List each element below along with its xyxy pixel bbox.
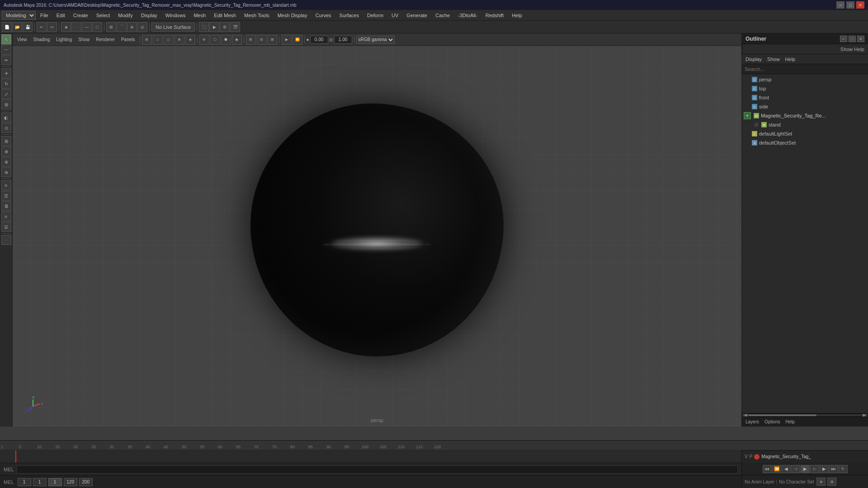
render-seq-btn[interactable]: 🎬 bbox=[230, 22, 240, 32]
timeline-track[interactable] bbox=[0, 450, 868, 463]
menu-create[interactable]: Create bbox=[70, 11, 92, 20]
select-tool-btn[interactable]: ↖ bbox=[1, 34, 11, 44]
outliner-display-menu[interactable]: Display bbox=[744, 56, 764, 63]
magnet-btn[interactable]: ⊗ bbox=[1, 157, 11, 167]
misc-btn[interactable]: · bbox=[1, 235, 11, 245]
menu-curves[interactable]: Curves bbox=[312, 11, 335, 20]
play-fwd-btn[interactable]: ▶ bbox=[801, 465, 810, 473]
soft-select-btn[interactable]: ◐ bbox=[1, 113, 11, 122]
new-scene-btn[interactable]: 📄 bbox=[2, 22, 12, 32]
menu-display[interactable]: Display bbox=[137, 11, 161, 20]
menu-file[interactable]: File bbox=[37, 11, 52, 20]
outliner-item-side[interactable]: C side bbox=[742, 102, 868, 111]
outliner-minimize-btn[interactable]: ─ bbox=[840, 36, 847, 42]
step-fwd-btn[interactable]: ▶ bbox=[820, 465, 829, 473]
menu-mesh-display[interactable]: Mesh Display bbox=[274, 11, 311, 20]
vp-renderer-btn[interactable]: Renderer bbox=[93, 36, 118, 43]
grid-btn[interactable]: ⊞ bbox=[1, 136, 11, 146]
move-tool-btn[interactable]: ✛ bbox=[1, 68, 11, 78]
outliner-item-front[interactable]: C front bbox=[742, 93, 868, 102]
outliner-item-persp[interactable]: C persp bbox=[742, 75, 868, 84]
scroll-right-btn[interactable]: ▶ bbox=[862, 414, 867, 417]
redo-btn[interactable]: ↪ bbox=[47, 22, 57, 32]
menu-redshift[interactable]: Redshift bbox=[482, 11, 507, 20]
render-btn[interactable]: ⬛ bbox=[199, 22, 209, 32]
minimize-button[interactable]: ─ bbox=[836, 1, 844, 9]
menu-edit[interactable]: Edit bbox=[53, 11, 69, 20]
end-frame-input[interactable] bbox=[64, 478, 77, 486]
step-back-btn[interactable]: ◀ bbox=[782, 465, 791, 473]
scroll-left-btn[interactable]: ◀ bbox=[743, 414, 748, 417]
select-vert-btn[interactable]: · bbox=[71, 22, 81, 32]
menu-edit-mesh[interactable]: Edit Mesh bbox=[210, 11, 240, 20]
snap-point-btn[interactable]: ⊕ bbox=[127, 22, 137, 32]
outliner-help-menu[interactable]: Help bbox=[783, 56, 797, 63]
anim-layer-add-btn[interactable]: ⊕ bbox=[816, 478, 826, 486]
menu-select[interactable]: Select bbox=[93, 11, 114, 20]
outliner-item-objectset[interactable]: S defaultObjectSet bbox=[742, 138, 868, 147]
layer2-btn[interactable]: ☰ bbox=[1, 191, 11, 201]
lasso-tool-btn[interactable]: 〰 bbox=[1, 45, 11, 55]
select-face-btn[interactable]: □ bbox=[92, 22, 102, 32]
scrollbar-thumb[interactable] bbox=[748, 414, 816, 416]
vp-icon4[interactable]: ⊕ bbox=[175, 35, 184, 45]
vp-icon2[interactable]: □ bbox=[153, 35, 163, 45]
mode-selector[interactable]: Modeling bbox=[2, 11, 36, 20]
loop-btn[interactable]: ↻ bbox=[839, 465, 848, 473]
close-button[interactable]: ✕ bbox=[856, 1, 864, 9]
menu-modify[interactable]: Modify bbox=[114, 11, 136, 20]
vp-icon9[interactable]: ◉ bbox=[232, 35, 242, 45]
marker-frame-input[interactable] bbox=[48, 478, 62, 486]
char-set-add-btn[interactable]: ⊞ bbox=[827, 478, 836, 486]
menu-cache[interactable]: Cache bbox=[432, 11, 453, 20]
snap-btn[interactable]: ⊕ bbox=[1, 146, 11, 156]
key-next-btn[interactable]: ▷ bbox=[810, 465, 819, 473]
vp-shading-btn[interactable]: Shading bbox=[31, 36, 53, 43]
outliner-search[interactable] bbox=[742, 64, 868, 74]
script-input[interactable] bbox=[17, 465, 738, 474]
transform-tool-btn[interactable]: ⊞ bbox=[1, 99, 11, 109]
menu-uv[interactable]: UV bbox=[388, 11, 402, 20]
vp-icon10[interactable]: ⊞ bbox=[246, 35, 256, 45]
layers-btn[interactable]: Layers bbox=[744, 419, 761, 425]
play-end-btn[interactable]: ⏭ bbox=[829, 465, 838, 473]
vp-show-btn[interactable]: Show bbox=[75, 36, 92, 43]
select-edge-btn[interactable]: — bbox=[82, 22, 92, 32]
vp-icon13[interactable]: ▶ bbox=[282, 35, 292, 45]
menu-surfaces[interactable]: Surfaces bbox=[336, 11, 363, 20]
vp-icon8[interactable]: ⬢ bbox=[221, 35, 231, 45]
menu-3dtoa[interactable]: -3DtoAll- bbox=[454, 11, 481, 20]
outliner-item-lightset[interactable]: L defaultLightSet bbox=[742, 129, 868, 138]
save-btn[interactable]: 💾 bbox=[23, 22, 33, 32]
snap-curve-btn[interactable]: ⌒ bbox=[117, 22, 127, 32]
vp-icon12[interactable]: ⊠ bbox=[268, 35, 278, 45]
vp-icon1[interactable]: ⊞ bbox=[142, 35, 152, 45]
outliner-item-magnetic[interactable]: ▼ M Magnetic_Security_Tag_Re... bbox=[742, 111, 868, 120]
vp-icon11[interactable]: ⊟ bbox=[257, 35, 267, 45]
start-frame-input[interactable] bbox=[33, 478, 47, 486]
key-prev-btn[interactable]: ◁ bbox=[791, 465, 800, 473]
paint-tool-btn[interactable]: ✏ bbox=[1, 55, 11, 65]
menu-deform[interactable]: Deform bbox=[363, 11, 387, 20]
outliner-show-menu[interactable]: Show bbox=[765, 56, 782, 63]
menu-generate[interactable]: Generate bbox=[403, 11, 431, 20]
menu-windows[interactable]: Windows bbox=[162, 11, 189, 20]
snap-view-btn[interactable]: ◎ bbox=[137, 22, 147, 32]
undo-btn[interactable]: ↩ bbox=[37, 22, 47, 32]
vp-view-btn[interactable]: View bbox=[14, 36, 30, 43]
current-frame-input[interactable] bbox=[18, 478, 31, 486]
pivot-btn[interactable]: ⊙ bbox=[1, 123, 11, 133]
outliner-maximize-btn[interactable]: □ bbox=[849, 36, 856, 42]
snap-grid-btn[interactable]: ⊞ bbox=[106, 22, 116, 32]
layer3-btn[interactable]: ≣ bbox=[1, 201, 11, 211]
menu-help[interactable]: Help bbox=[508, 11, 526, 20]
vp-value2[interactable] bbox=[334, 36, 352, 44]
vp-icon14[interactable]: ⏩ bbox=[292, 35, 302, 45]
vp-icon7[interactable]: ⬡ bbox=[210, 35, 220, 45]
vp-icon5[interactable]: ◈ bbox=[185, 35, 195, 45]
outliner-item-stand[interactable]: ○ M stand bbox=[742, 120, 868, 129]
maximize-button[interactable]: □ bbox=[846, 1, 854, 9]
vp-icon6[interactable]: ⊛ bbox=[199, 35, 209, 45]
live-surface-badge[interactable]: No Live Surface bbox=[151, 23, 195, 32]
open-btn[interactable]: 📂 bbox=[12, 22, 22, 32]
